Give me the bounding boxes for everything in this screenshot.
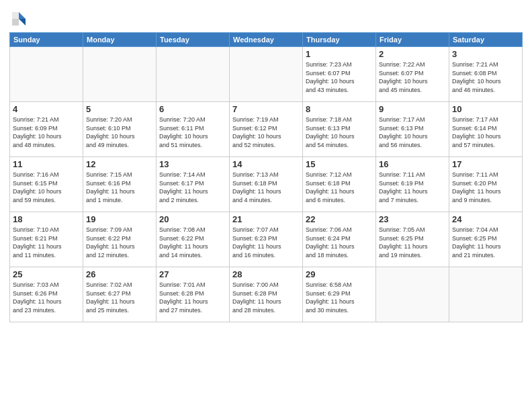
calendar-cell — [10, 47, 83, 102]
weekday-header-row: SundayMondayTuesdayWednesdayThursdayFrid… — [10, 33, 523, 47]
weekday-header-saturday: Saturday — [449, 33, 523, 47]
day-number: 8 — [306, 104, 373, 114]
day-number: 20 — [159, 214, 226, 224]
svg-rect-3 — [12, 12, 19, 19]
logo — [9, 9, 31, 28]
day-number: 6 — [159, 104, 226, 114]
calendar-cell: 4Sunrise: 7:21 AM Sunset: 6:09 PM Daylig… — [10, 102, 83, 157]
calendar-cell: 12Sunrise: 7:15 AM Sunset: 6:16 PM Dayli… — [83, 157, 157, 212]
calendar-cell — [157, 47, 230, 102]
day-info: Sunrise: 7:17 AM Sunset: 6:14 PM Dayligh… — [452, 116, 519, 149]
calendar-cell: 20Sunrise: 7:08 AM Sunset: 6:22 PM Dayli… — [157, 212, 230, 267]
page-container: SundayMondayTuesdayWednesdayThursdayFrid… — [0, 0, 532, 326]
day-info: Sunrise: 7:05 AM Sunset: 6:25 PM Dayligh… — [379, 226, 446, 259]
day-info: Sunrise: 7:04 AM Sunset: 6:25 PM Dayligh… — [452, 226, 519, 259]
calendar-cell: 19Sunrise: 7:09 AM Sunset: 6:22 PM Dayli… — [83, 212, 157, 267]
day-number: 23 — [379, 214, 446, 224]
calendar-week-row: 1Sunrise: 7:23 AM Sunset: 6:07 PM Daylig… — [10, 47, 523, 102]
calendar-cell — [376, 267, 449, 322]
svg-rect-4 — [12, 19, 19, 26]
day-info: Sunrise: 7:20 AM Sunset: 6:11 PM Dayligh… — [159, 116, 226, 149]
day-info: Sunrise: 6:58 AM Sunset: 6:29 PM Dayligh… — [306, 281, 373, 314]
calendar-cell: 3Sunrise: 7:21 AM Sunset: 6:08 PM Daylig… — [449, 47, 523, 102]
day-info: Sunrise: 7:09 AM Sunset: 6:22 PM Dayligh… — [86, 226, 153, 259]
calendar: SundayMondayTuesdayWednesdayThursdayFrid… — [9, 32, 523, 322]
calendar-cell: 14Sunrise: 7:13 AM Sunset: 6:18 PM Dayli… — [230, 157, 303, 212]
day-number: 28 — [232, 269, 300, 279]
day-number: 21 — [232, 214, 300, 224]
day-info: Sunrise: 7:11 AM Sunset: 6:19 PM Dayligh… — [379, 171, 446, 204]
day-number: 12 — [86, 159, 153, 169]
day-info: Sunrise: 7:07 AM Sunset: 6:23 PM Dayligh… — [232, 226, 300, 259]
day-info: Sunrise: 7:21 AM Sunset: 6:08 PM Dayligh… — [452, 60, 519, 94]
day-info: Sunrise: 7:18 AM Sunset: 6:13 PM Dayligh… — [306, 116, 373, 149]
calendar-week-row: 11Sunrise: 7:16 AM Sunset: 6:15 PM Dayli… — [10, 157, 523, 212]
day-number: 17 — [452, 159, 519, 169]
weekday-header-sunday: Sunday — [10, 33, 83, 47]
day-number: 16 — [379, 159, 446, 169]
calendar-cell: 28Sunrise: 7:00 AM Sunset: 6:28 PM Dayli… — [230, 267, 303, 322]
day-number: 11 — [13, 159, 80, 169]
calendar-cell: 22Sunrise: 7:06 AM Sunset: 6:24 PM Dayli… — [303, 212, 376, 267]
calendar-cell: 26Sunrise: 7:02 AM Sunset: 6:27 PM Dayli… — [83, 267, 157, 322]
day-info: Sunrise: 7:15 AM Sunset: 6:16 PM Dayligh… — [86, 171, 153, 204]
calendar-cell: 18Sunrise: 7:10 AM Sunset: 6:21 PM Dayli… — [10, 212, 83, 267]
calendar-cell: 27Sunrise: 7:01 AM Sunset: 6:28 PM Dayli… — [157, 267, 230, 322]
day-number: 26 — [86, 269, 153, 279]
day-number: 1 — [306, 49, 373, 59]
day-number: 5 — [86, 104, 153, 114]
calendar-cell: 29Sunrise: 6:58 AM Sunset: 6:29 PM Dayli… — [303, 267, 376, 322]
calendar-week-row: 25Sunrise: 7:03 AM Sunset: 6:26 PM Dayli… — [10, 267, 523, 322]
calendar-cell: 23Sunrise: 7:05 AM Sunset: 6:25 PM Dayli… — [376, 212, 449, 267]
calendar-cell: 9Sunrise: 7:17 AM Sunset: 6:13 PM Daylig… — [376, 102, 449, 157]
calendar-week-row: 4Sunrise: 7:21 AM Sunset: 6:09 PM Daylig… — [10, 102, 523, 157]
logo-icon — [9, 9, 28, 28]
day-info: Sunrise: 7:00 AM Sunset: 6:28 PM Dayligh… — [232, 281, 300, 314]
calendar-cell: 11Sunrise: 7:16 AM Sunset: 6:15 PM Dayli… — [10, 157, 83, 212]
day-info: Sunrise: 7:11 AM Sunset: 6:20 PM Dayligh… — [452, 171, 519, 204]
day-info: Sunrise: 7:13 AM Sunset: 6:18 PM Dayligh… — [232, 171, 300, 204]
weekday-header-tuesday: Tuesday — [157, 33, 230, 47]
calendar-cell: 1Sunrise: 7:23 AM Sunset: 6:07 PM Daylig… — [303, 47, 376, 102]
weekday-header-thursday: Thursday — [303, 33, 376, 47]
day-number: 10 — [452, 104, 519, 114]
day-number: 13 — [159, 159, 226, 169]
day-info: Sunrise: 7:02 AM Sunset: 6:27 PM Dayligh… — [86, 281, 153, 314]
day-number: 19 — [86, 214, 153, 224]
weekday-header-wednesday: Wednesday — [230, 33, 303, 47]
day-number: 3 — [452, 49, 519, 59]
calendar-cell: 16Sunrise: 7:11 AM Sunset: 6:19 PM Dayli… — [376, 157, 449, 212]
calendar-cell — [230, 47, 303, 102]
day-number: 24 — [452, 214, 519, 224]
day-info: Sunrise: 7:12 AM Sunset: 6:18 PM Dayligh… — [306, 171, 373, 204]
calendar-cell: 8Sunrise: 7:18 AM Sunset: 6:13 PM Daylig… — [303, 102, 376, 157]
day-number: 7 — [232, 104, 300, 114]
day-number: 18 — [13, 214, 80, 224]
calendar-cell — [449, 267, 523, 322]
day-info: Sunrise: 7:22 AM Sunset: 6:07 PM Dayligh… — [379, 60, 446, 94]
day-info: Sunrise: 7:17 AM Sunset: 6:13 PM Dayligh… — [379, 116, 446, 149]
weekday-header-monday: Monday — [83, 33, 157, 47]
day-info: Sunrise: 7:03 AM Sunset: 6:26 PM Dayligh… — [13, 281, 80, 314]
day-number: 14 — [232, 159, 300, 169]
calendar-cell: 7Sunrise: 7:19 AM Sunset: 6:12 PM Daylig… — [230, 102, 303, 157]
calendar-cell: 21Sunrise: 7:07 AM Sunset: 6:23 PM Dayli… — [230, 212, 303, 267]
calendar-cell: 15Sunrise: 7:12 AM Sunset: 6:18 PM Dayli… — [303, 157, 376, 212]
calendar-cell: 6Sunrise: 7:20 AM Sunset: 6:11 PM Daylig… — [157, 102, 230, 157]
day-number: 25 — [13, 269, 80, 279]
calendar-cell: 25Sunrise: 7:03 AM Sunset: 6:26 PM Dayli… — [10, 267, 83, 322]
day-number: 22 — [306, 214, 373, 224]
calendar-cell: 17Sunrise: 7:11 AM Sunset: 6:20 PM Dayli… — [449, 157, 523, 212]
calendar-cell: 13Sunrise: 7:14 AM Sunset: 6:17 PM Dayli… — [157, 157, 230, 212]
calendar-week-row: 18Sunrise: 7:10 AM Sunset: 6:21 PM Dayli… — [10, 212, 523, 267]
calendar-cell: 2Sunrise: 7:22 AM Sunset: 6:07 PM Daylig… — [376, 47, 449, 102]
day-info: Sunrise: 7:14 AM Sunset: 6:17 PM Dayligh… — [159, 171, 226, 204]
day-info: Sunrise: 7:01 AM Sunset: 6:28 PM Dayligh… — [159, 281, 226, 314]
day-info: Sunrise: 7:20 AM Sunset: 6:10 PM Dayligh… — [86, 116, 153, 149]
calendar-cell: 5Sunrise: 7:20 AM Sunset: 6:10 PM Daylig… — [83, 102, 157, 157]
day-info: Sunrise: 7:08 AM Sunset: 6:22 PM Dayligh… — [159, 226, 226, 259]
day-info: Sunrise: 7:21 AM Sunset: 6:09 PM Dayligh… — [13, 116, 80, 149]
day-number: 15 — [306, 159, 373, 169]
day-number: 4 — [13, 104, 80, 114]
header — [9, 7, 523, 28]
